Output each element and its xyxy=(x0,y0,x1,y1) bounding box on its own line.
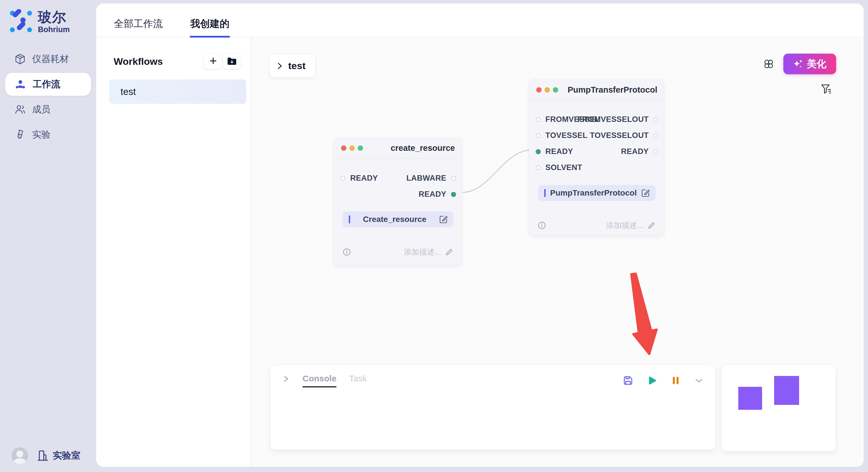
console-expand-chevron-icon[interactable] xyxy=(282,374,290,386)
lab-label: 实验室 xyxy=(53,449,81,462)
dot-red-icon xyxy=(536,87,541,93)
active-tab-underline xyxy=(190,36,230,38)
pencil-icon[interactable] xyxy=(445,248,453,256)
breadcrumb[interactable]: test xyxy=(270,55,315,77)
pencil-icon[interactable] xyxy=(648,222,656,229)
pause-icon[interactable] xyxy=(671,375,680,386)
port-circle-icon[interactable] xyxy=(340,176,346,181)
sidebar-item-label: 工作流 xyxy=(33,78,60,91)
sidebar-footer: 实验室 xyxy=(11,447,81,464)
test-tube-icon xyxy=(14,129,26,140)
chevron-right-icon xyxy=(277,62,283,70)
edit-icon[interactable] xyxy=(439,215,448,224)
port-circle-icon[interactable] xyxy=(536,149,541,154)
console-tab-console[interactable]: Console xyxy=(303,374,336,387)
workflow-list-item-test[interactable]: test xyxy=(109,79,246,104)
minimap-node-rect xyxy=(738,387,762,410)
port-circle-icon[interactable] xyxy=(536,117,541,122)
sidebar-item-label: 实验 xyxy=(32,129,51,141)
tab-my-created[interactable]: 我创建的 xyxy=(190,17,229,37)
port-tovessel-in[interactable]: TOVESSEL xyxy=(536,131,588,140)
port-ready-out[interactable]: READY xyxy=(418,190,456,199)
node-title: PumpTransferProtocol xyxy=(567,85,657,95)
port-solvent-in[interactable]: SOLVENT xyxy=(536,163,582,172)
breadcrumb-label: test xyxy=(288,60,305,71)
node-pump-transfer-protocol[interactable]: PumpTransferProtocol FROMVESSEL FROMVESS… xyxy=(529,79,664,236)
info-icon[interactable] xyxy=(343,248,351,256)
port-ready-in[interactable]: READY xyxy=(536,147,573,156)
sidebar-item-label: 成员 xyxy=(32,103,51,116)
arrange-clover-icon[interactable] xyxy=(763,59,774,69)
panel-title: Workflows xyxy=(114,56,204,67)
dot-green-icon xyxy=(553,87,558,93)
minimap[interactable] xyxy=(721,365,836,451)
port-fromvesselout[interactable]: FROMVESSELOUT xyxy=(578,115,658,124)
sidebar-item-experiments[interactable]: 实验 xyxy=(0,122,96,147)
port-circle-icon[interactable] xyxy=(536,133,541,138)
node-header: PumpTransferProtocol xyxy=(529,80,663,100)
node-header: create_resource xyxy=(334,138,461,159)
dot-red-icon xyxy=(341,145,346,151)
sidebar-nav: 仪器耗材 工作流 xyxy=(0,46,96,147)
info-icon[interactable] xyxy=(538,222,546,229)
plus-icon: + xyxy=(210,55,217,67)
canvas-tools: 美化 xyxy=(763,54,836,74)
user-avatar[interactable] xyxy=(11,447,28,464)
lab-switcher[interactable]: 实验室 xyxy=(37,449,81,462)
bohrium-app: 玻尔 Bohrium 仪器耗材 xyxy=(0,0,868,472)
dot-yellow-icon xyxy=(545,87,550,93)
filter-icon[interactable] xyxy=(820,83,832,95)
beautify-button[interactable]: 美化 xyxy=(783,54,836,74)
traffic-dots xyxy=(536,87,567,93)
description-placeholder[interactable]: 添加描述... xyxy=(404,247,441,257)
building-icon xyxy=(37,449,49,462)
sparkles-icon xyxy=(793,59,803,69)
node-action-button[interactable]: PumpTransferProtocol xyxy=(538,185,656,201)
sidebar: 玻尔 Bohrium 仪器耗材 xyxy=(0,0,96,472)
bohrium-logo-icon xyxy=(9,9,33,34)
description-placeholder[interactable]: 添加描述... xyxy=(606,220,644,231)
console-panel: Console Task xyxy=(270,365,716,450)
node-create-resource[interactable]: create_resource READY LABWARE READY xyxy=(334,138,462,265)
node-footer: 添加描述... xyxy=(538,220,656,231)
logo-subtitle: Bohrium xyxy=(38,25,70,34)
port-ready-out[interactable]: READY xyxy=(621,147,658,156)
port-labware-out[interactable]: LABWARE xyxy=(406,174,456,183)
members-icon xyxy=(14,104,26,115)
sidebar-item-label: 仪器耗材 xyxy=(32,53,69,65)
port-circle-icon[interactable] xyxy=(536,165,541,170)
sidebar-item-instruments[interactable]: 仪器耗材 xyxy=(0,46,96,72)
beautify-label: 美化 xyxy=(807,57,826,71)
workflow-canvas[interactable]: test xyxy=(251,38,864,467)
main-card: 全部工作流 我创建的 Workflows + xyxy=(96,3,864,467)
port-tovesselout[interactable]: TOVESSELOUT xyxy=(590,131,658,140)
node-footer: 添加描述... xyxy=(343,247,453,257)
dot-green-icon xyxy=(358,145,363,151)
port-circle-icon[interactable] xyxy=(451,192,456,197)
sidebar-item-workflows[interactable]: 工作流 xyxy=(5,73,91,96)
sidebar-item-members[interactable]: 成员 xyxy=(0,97,96,122)
port-circle-icon[interactable] xyxy=(451,176,456,181)
add-workflow-button[interactable]: + xyxy=(204,54,222,69)
workflow-tabs: 全部工作流 我创建的 xyxy=(96,3,864,37)
save-icon[interactable] xyxy=(623,375,633,386)
workflow-users-icon xyxy=(14,78,26,90)
dot-yellow-icon xyxy=(349,145,355,151)
edit-icon[interactable] xyxy=(641,189,650,197)
node-action-button[interactable]: Create_resource xyxy=(342,211,454,227)
collapse-chevron-icon[interactable] xyxy=(694,376,704,385)
console-tab-task[interactable]: Task xyxy=(349,374,367,387)
cube-icon xyxy=(14,53,26,65)
folder-download-icon xyxy=(227,57,237,66)
workflow-list-panel: Workflows + test xyxy=(96,38,251,467)
app-logo: 玻尔 Bohrium xyxy=(9,9,70,34)
import-folder-button[interactable] xyxy=(223,54,241,69)
run-icon[interactable] xyxy=(647,375,657,386)
logo-title: 玻尔 xyxy=(38,9,70,25)
port-circle-icon[interactable] xyxy=(653,149,658,154)
traffic-dots xyxy=(341,145,391,151)
port-circle-icon[interactable] xyxy=(653,133,658,138)
tab-all-workflows[interactable]: 全部工作流 xyxy=(114,17,163,37)
port-circle-icon[interactable] xyxy=(653,117,658,122)
port-ready-in[interactable]: READY xyxy=(340,174,378,183)
